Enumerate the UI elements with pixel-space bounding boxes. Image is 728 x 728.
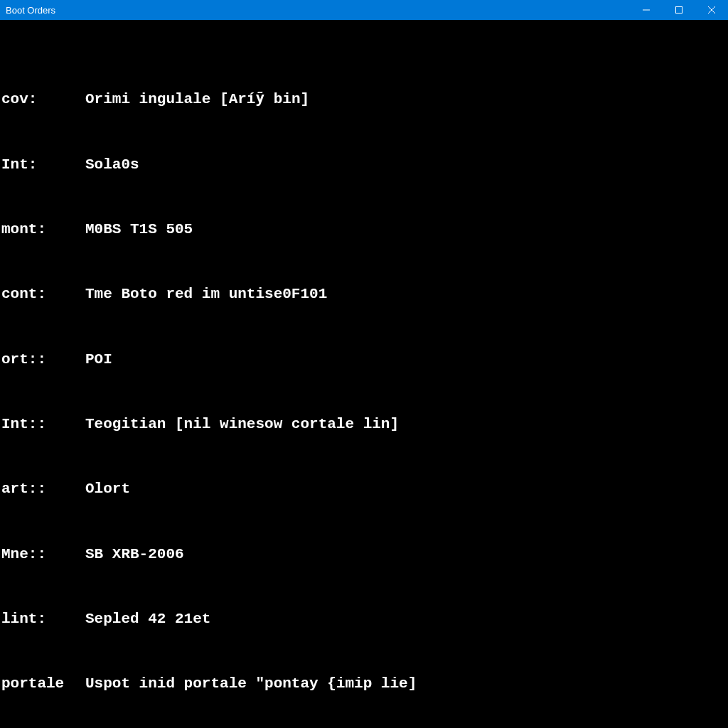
output-line: cont:Tme Boto red im untise0F101 [0, 284, 728, 305]
line-value: Teogitian [nil winesow cortale lin] [85, 414, 399, 435]
line-label: cont: [1, 284, 85, 305]
line-label: Mne:: [1, 544, 85, 565]
line-value: SB XRB-2006 [85, 544, 184, 565]
minimize-button[interactable] [630, 0, 663, 20]
line-label: Int: [1, 154, 85, 176]
output-line: portaleUspot inid portale "pontay {imip … [0, 673, 728, 695]
maximize-icon [675, 6, 682, 14]
output-line: art::Olort [0, 478, 728, 500]
output-line: Int:Sola0s [0, 154, 728, 176]
line-value: POI [85, 349, 112, 370]
close-button[interactable] [695, 0, 728, 20]
minimize-icon [643, 6, 650, 14]
line-value: Olort [85, 478, 130, 500]
app-window: Boot Orders cov:Orimi ingulale [Aríỹ bin… [0, 0, 728, 728]
close-icon [708, 6, 715, 14]
output-line: Mne::SB XRB-2006 [0, 544, 728, 565]
line-value: Tme Boto red im untise0F101 [85, 284, 327, 305]
output-line: lint:Sepled 42 21et [0, 609, 728, 630]
line-label: mont: [1, 219, 85, 240]
window-title: Boot Orders [6, 5, 55, 16]
output-line: Int::Teogitian [nil winesow cortale lin] [0, 414, 728, 435]
maximize-button[interactable] [663, 0, 695, 20]
line-label: cov: [1, 89, 85, 110]
line-label: portale [1, 673, 85, 695]
output-line: mont:M0BS T1S 505 [0, 219, 728, 240]
line-value: Sepled 42 21et [85, 609, 210, 630]
output-line: cov:Orimi ingulale [Aríỹ bin] [0, 89, 728, 110]
line-value: Orimi ingulale [Aríỹ bin] [85, 89, 309, 110]
line-label: art:: [1, 478, 85, 500]
output-line: ort::POI [0, 349, 728, 370]
window-controls [630, 0, 728, 20]
line-label: ort:: [1, 349, 85, 370]
terminal-output[interactable]: cov:Orimi ingulale [Aríỹ bin] Int:Sola0s… [0, 20, 728, 728]
line-value: Sola0s [85, 154, 139, 176]
line-value: Uspot inid portale "pontay {imip lie] [85, 673, 417, 695]
line-label: Int:: [1, 414, 85, 435]
svg-rect-1 [676, 7, 682, 14]
line-value: M0BS T1S 505 [85, 219, 193, 240]
line-label: lint: [1, 609, 85, 630]
titlebar[interactable]: Boot Orders [0, 0, 728, 20]
